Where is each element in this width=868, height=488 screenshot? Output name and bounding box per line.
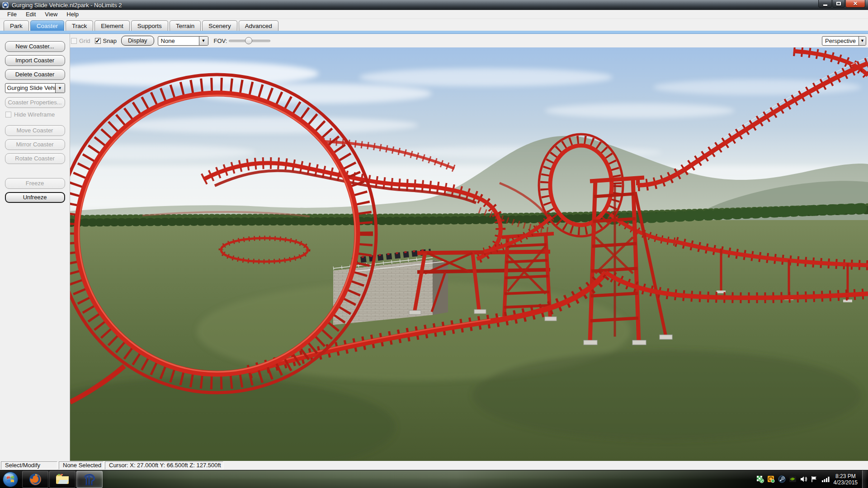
app-icon — [2, 1, 9, 9]
hide-wireframe-row: Hide Wireframe — [5, 111, 70, 118]
menu-bar: File Edit View Help — [0, 10, 868, 19]
taskbar-clock[interactable]: 8:23 PM 4/23/2015 — [834, 473, 858, 486]
view-mode-dropdown[interactable]: Perspective ▼ — [822, 36, 866, 46]
coaster-select-value: Gurging Slide Vehi — [5, 84, 55, 93]
viewport-3d[interactable] — [70, 47, 868, 461]
status-mode: Select/Modify — [1, 461, 57, 469]
viewport-toolbar: Grid Snap Display None ▼ FOV: Perspectiv… — [70, 34, 868, 47]
minimize-icon — [823, 5, 827, 6]
show-desktop-button[interactable] — [862, 470, 868, 488]
tab-advanced[interactable]: Advanced — [239, 20, 278, 31]
fov-label: FOV: — [214, 38, 227, 44]
active-tab-accent-strip — [0, 31, 868, 34]
taskbar-app-firefox[interactable] — [22, 471, 48, 488]
windows-taskbar: 8:23 PM 4/23/2015 — [0, 470, 868, 488]
maximize-icon — [836, 2, 841, 5]
menu-file[interactable]: File — [3, 10, 21, 18]
snap-label: Snap — [103, 38, 117, 44]
display-mode-dropdown[interactable]: None ▼ — [158, 36, 208, 46]
volume-icon[interactable] — [800, 475, 807, 483]
clock-date: 4/23/2015 — [834, 479, 858, 486]
viewport-3d-scene — [70, 47, 868, 461]
window-title: Gurging Slide Vehicle.nl2park - NoLimits… — [12, 2, 122, 9]
status-cursor-coordinates: Cursor: X: 27.000ft Y: 66.500ft Z: 127.5… — [105, 461, 223, 469]
move-coaster-button[interactable]: Move Coaster — [5, 125, 65, 136]
minimize-button[interactable] — [818, 0, 832, 8]
tab-element[interactable]: Element — [94, 20, 130, 31]
coaster-properties-button[interactable]: Coaster Properties... — [5, 97, 65, 108]
clock-time: 8:23 PM — [834, 473, 858, 479]
snap-checkbox[interactable] — [95, 38, 101, 44]
hide-wireframe-checkbox[interactable] — [5, 112, 11, 117]
windows-logo-icon — [2, 471, 19, 488]
start-button[interactable] — [1, 471, 19, 488]
coaster-sidebar: New Coaster... Import Coaster Delete Coa… — [0, 34, 70, 461]
tab-coaster[interactable]: Coaster — [30, 20, 64, 31]
windows-explorer-icon — [55, 473, 70, 486]
grid-label: Grid — [79, 38, 90, 44]
sync-app-icon[interactable] — [756, 475, 764, 483]
fov-control: FOV: — [214, 37, 271, 44]
grid-checkbox[interactable] — [71, 38, 77, 44]
fov-slider[interactable] — [229, 37, 270, 44]
steam-icon[interactable] — [778, 475, 786, 483]
network-signal-icon[interactable] — [821, 475, 830, 483]
tab-track[interactable]: Track — [66, 20, 93, 31]
nolimits-editor-window: Gurging Slide Vehicle.nl2park - NoLimits… — [0, 0, 868, 488]
chevron-down-icon: ▼ — [199, 37, 208, 45]
title-bar[interactable]: Gurging Slide Vehicle.nl2park - NoLimits… — [0, 0, 868, 10]
new-coaster-button[interactable]: New Coaster... — [5, 41, 65, 52]
coaster-select-dropdown[interactable]: Gurging Slide Vehi ▼ — [5, 83, 65, 93]
action-center-flag-icon[interactable] — [811, 475, 818, 483]
tab-scenery[interactable]: Scenery — [202, 20, 237, 31]
tab-terrain[interactable]: Terrain — [170, 20, 201, 31]
status-selection: None Selected — [59, 461, 104, 469]
freeze-button[interactable]: Freeze — [5, 178, 65, 189]
close-icon: ✕ — [853, 0, 858, 7]
nolimits-coaster-icon — [83, 473, 96, 486]
import-coaster-button[interactable]: Import Coaster — [5, 55, 65, 66]
chevron-down-icon: ▼ — [55, 84, 65, 93]
unfreeze-button[interactable]: Unfreeze — [5, 192, 65, 203]
menu-view[interactable]: View — [40, 10, 62, 18]
nvidia-icon[interactable] — [789, 475, 797, 483]
chevron-down-icon: ▼ — [859, 37, 866, 45]
taskbar-app-nolimits[interactable] — [76, 471, 103, 488]
tab-park[interactable]: Park — [4, 20, 29, 31]
firefox-icon — [28, 473, 42, 486]
fov-slider-thumb[interactable] — [245, 37, 252, 44]
rotate-coaster-button[interactable]: Rotate Coaster — [5, 153, 65, 164]
hide-wireframe-label: Hide Wireframe — [14, 111, 55, 118]
menu-help[interactable]: Help — [62, 10, 83, 18]
mode-tab-bar: Park Coaster Track Element Supports Terr… — [0, 19, 868, 31]
system-tray — [756, 475, 830, 483]
close-button[interactable]: ✕ — [845, 0, 865, 8]
mirror-coaster-button[interactable]: Mirror Coaster — [5, 139, 65, 150]
delete-coaster-button[interactable]: Delete Coaster — [5, 69, 65, 80]
antivirus-app-icon[interactable] — [767, 475, 775, 483]
status-bar: Select/Modify None Selected Cursor: X: 2… — [0, 461, 868, 470]
tab-supports[interactable]: Supports — [131, 20, 168, 31]
view-mode-value: Perspective — [822, 37, 859, 45]
maximize-button[interactable] — [832, 0, 845, 8]
display-mode-value: None — [158, 37, 199, 45]
display-button[interactable]: Display — [121, 36, 154, 46]
menu-edit[interactable]: Edit — [21, 10, 40, 18]
taskbar-app-explorer[interactable] — [49, 471, 75, 488]
window-controls: ✕ — [818, 0, 865, 8]
